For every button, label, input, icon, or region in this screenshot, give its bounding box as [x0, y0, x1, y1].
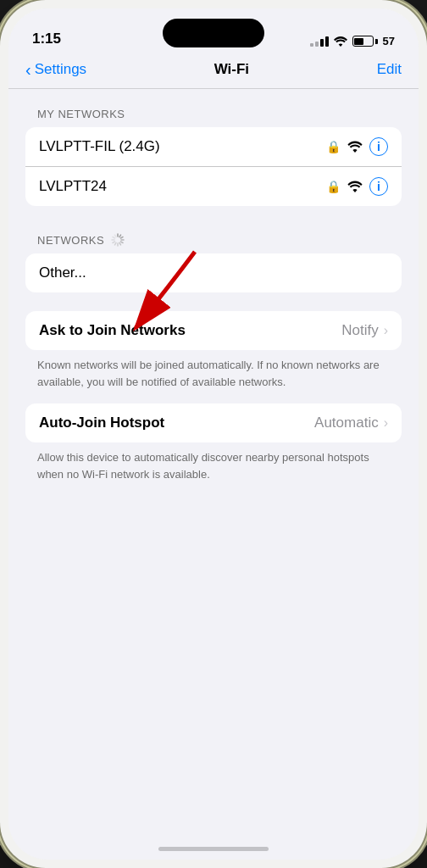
my-networks-card: LVLPTT-FIL (2.4G) 🔒 i LVLPTT2	[25, 127, 402, 206]
edit-button[interactable]: Edit	[377, 61, 402, 78]
wifi-icon-2	[347, 181, 363, 192]
other-network-label: Other...	[39, 264, 388, 281]
info-button-1[interactable]: i	[369, 137, 388, 156]
loading-spinner-icon	[111, 233, 125, 247]
ask-to-join-value: Notify	[341, 322, 378, 339]
battery-icon	[352, 36, 378, 47]
network-item-1[interactable]: LVLPTT-FIL (2.4G) 🔒 i	[25, 127, 402, 166]
dynamic-island	[163, 19, 264, 47]
home-indicator	[158, 847, 269, 851]
ask-to-join-description: Known networks will be joined automatica…	[8, 350, 419, 403]
network-name-2: LVLPTT24	[39, 178, 326, 195]
auto-join-chevron-icon: ›	[384, 415, 388, 431]
my-networks-section: MY NETWORKS LVLPTT-FIL (2.4G) 🔒 i	[8, 108, 419, 206]
other-network-item[interactable]: Other...	[25, 253, 402, 292]
networks-section: NETWORKS	[8, 220, 419, 292]
network-item-2[interactable]: LVLPTT24 🔒 i	[25, 166, 402, 206]
back-label: Settings	[35, 61, 86, 78]
auto-join-description: Allow this device to automatically disco…	[8, 442, 419, 496]
content: MY NETWORKS LVLPTT-FIL (2.4G) 🔒 i	[8, 89, 419, 496]
wifi-icon-1	[347, 141, 363, 153]
svg-line-5	[119, 242, 121, 245]
auto-join-row[interactable]: Auto-Join Hotspot Automatic ›	[25, 403, 402, 442]
lock-icon-1: 🔒	[326, 140, 341, 153]
status-bar: 1:15 57	[8, 8, 419, 54]
svg-line-1	[119, 235, 121, 237]
auto-join-section: Auto-Join Hotspot Automatic › Allow this…	[8, 403, 419, 496]
svg-line-8	[113, 242, 115, 243]
auto-join-label: Auto-Join Hotspot	[39, 415, 314, 431]
ask-to-join-section: Ask to Join Networks Notify › Known netw…	[8, 311, 419, 403]
svg-line-2	[121, 237, 124, 239]
ask-to-join-label: Ask to Join Networks	[39, 322, 341, 339]
back-chevron-icon: ‹	[25, 61, 31, 78]
ask-to-join-row[interactable]: Ask to Join Networks Notify ›	[25, 311, 402, 350]
auto-join-group: Auto-Join Hotspot Automatic ›	[8, 403, 419, 442]
svg-line-4	[121, 242, 124, 243]
ask-to-join-group: Ask to Join Networks Notify ›	[8, 311, 419, 350]
lock-icon-2: 🔒	[326, 180, 341, 193]
network-name-1: LVLPTT-FIL (2.4G)	[39, 138, 326, 155]
my-networks-label: MY NETWORKS	[8, 108, 419, 127]
signal-icon	[310, 36, 329, 47]
back-button[interactable]: ‹ Settings	[25, 61, 86, 78]
nav-bar: ‹ Settings Wi-Fi Edit	[8, 54, 419, 89]
auto-join-value: Automatic	[314, 415, 379, 431]
status-icons: 57	[310, 35, 395, 47]
svg-line-7	[115, 242, 117, 245]
battery-percent: 57	[383, 35, 395, 47]
phone-frame: 1:15 57	[0, 0, 427, 868]
page-title: Wi-Fi	[214, 61, 249, 78]
network-icons-1: 🔒 i	[326, 137, 388, 156]
other-network-card: Other...	[25, 253, 402, 292]
info-button-2[interactable]: i	[369, 177, 388, 196]
svg-line-11	[115, 235, 117, 237]
network-icons-2: 🔒 i	[326, 177, 388, 196]
wifi-status-icon	[334, 36, 347, 47]
networks-section-label: NETWORKS	[8, 220, 419, 253]
ask-to-join-chevron-icon: ›	[384, 323, 388, 338]
svg-line-10	[113, 237, 115, 239]
screen: 1:15 57	[8, 8, 419, 860]
